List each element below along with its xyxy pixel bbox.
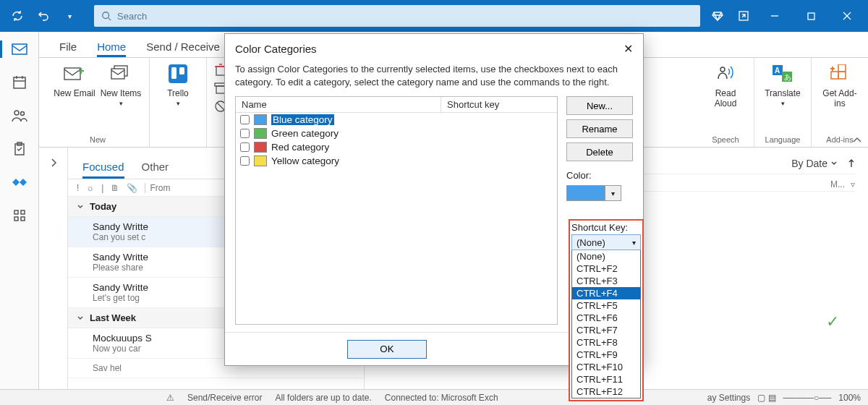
shortcut-option[interactable]: CTRL+F6 (572, 312, 640, 324)
delete-category-button[interactable]: Delete (566, 142, 633, 161)
shortcut-option[interactable]: CTRL+F12 (572, 385, 640, 398)
collapse-ribbon-icon[interactable] (852, 137, 862, 144)
dialog-title: Color Categories (235, 43, 317, 55)
svg-rect-15 (14, 210, 18, 214)
svg-rect-3 (808, 13, 814, 20)
sort-ascending-icon[interactable] (848, 158, 855, 169)
status-bar: ⚠ Send/Receive error All folders are up … (0, 389, 868, 405)
tab-file[interactable]: File (59, 40, 77, 57)
shortcut-key-select[interactable]: (None) ▾ (571, 234, 641, 250)
category-checkbox[interactable] (240, 142, 250, 152)
search-placeholder: Search (117, 11, 147, 22)
dialog-description: To assign Color Categories to the curren… (225, 63, 643, 96)
trello-button[interactable]: Trello ▾ (157, 61, 199, 108)
shortcut-option[interactable]: CTRL+F4 (572, 287, 640, 299)
nav-mail-icon[interactable] (8, 39, 31, 59)
reminder-icon[interactable]: ☼ (86, 183, 94, 193)
zoom-level[interactable]: 100% (838, 393, 861, 403)
display-settings[interactable]: ay Settings (707, 393, 750, 403)
category-row[interactable]: Blue category (236, 113, 557, 127)
svg-rect-27 (216, 86, 225, 93)
svg-rect-24 (179, 67, 184, 74)
shortcut-key-panel: Shortcut Key: (None) ▾ (None)CTRL+F2CTRL… (569, 219, 644, 401)
color-select[interactable]: ▾ (566, 185, 633, 201)
color-label: Color: (566, 170, 633, 181)
chevron-down-icon (830, 161, 838, 166)
new-items-button[interactable]: New Items ▾ (100, 61, 142, 108)
status-error[interactable]: Send/Receive error (187, 393, 262, 403)
nav-people-icon[interactable] (8, 106, 31, 126)
window-mode-icon[interactable] (732, 4, 755, 27)
attachment-icon[interactable]: 📎 (127, 183, 137, 193)
translate-icon: Aあ (772, 61, 793, 87)
focused-tab[interactable]: Focused (82, 161, 124, 179)
rename-category-button[interactable]: Rename (566, 119, 633, 138)
get-addins-button[interactable]: Get Add-ins (819, 61, 861, 109)
maximize-button[interactable] (794, 4, 827, 27)
read-aloud-icon (715, 61, 736, 87)
close-button[interactable] (830, 4, 864, 27)
svg-rect-34 (831, 72, 838, 79)
svg-point-0 (103, 12, 109, 19)
tab-home[interactable]: Home (97, 40, 126, 57)
new-email-button[interactable]: New Email (54, 61, 95, 98)
qat-dropdown-icon[interactable]: ▾ (58, 4, 81, 27)
filter-icon[interactable]: ▿ (851, 179, 855, 189)
new-email-icon (64, 61, 85, 87)
category-row[interactable]: Green category (236, 127, 557, 140)
nav-calendar-icon[interactable] (8, 72, 31, 93)
category-checkbox[interactable] (240, 115, 250, 124)
category-checkbox[interactable] (240, 129, 250, 138)
col-m[interactable]: M... (830, 179, 845, 189)
search-box[interactable]: Search (94, 5, 700, 27)
svg-rect-19 (64, 68, 80, 80)
nav-more-icon[interactable] (8, 205, 31, 226)
svg-rect-23 (171, 67, 176, 79)
sort-by-button[interactable]: By Date (791, 158, 855, 169)
dialog-close-button[interactable]: ✕ (624, 42, 633, 56)
importance-icon[interactable]: ! (77, 183, 79, 193)
shortcut-option[interactable]: CTRL+F11 (572, 373, 640, 385)
svg-rect-21 (111, 69, 124, 79)
folder-pane-toggle[interactable] (39, 148, 68, 389)
new-category-button[interactable]: New... (566, 96, 633, 115)
category-swatch (254, 155, 267, 166)
svg-text:A: A (775, 67, 780, 74)
shortcut-option[interactable]: CTRL+F3 (572, 275, 640, 287)
translate-button[interactable]: Aあ Translate ▾ (762, 61, 804, 108)
new-items-icon (111, 61, 131, 87)
shortcut-option[interactable]: (None) (572, 250, 640, 263)
sync-icon[interactable] (6, 4, 29, 27)
other-tab[interactable]: Other (142, 161, 169, 179)
col-name[interactable]: Name (236, 97, 441, 112)
premium-icon[interactable] (706, 4, 729, 27)
svg-text:あ: あ (784, 73, 791, 81)
category-swatch (254, 128, 267, 139)
col-shortcut[interactable]: Shortcut key (441, 97, 557, 112)
ok-button[interactable]: OK (347, 340, 427, 359)
category-row[interactable]: Yellow category (236, 154, 557, 168)
shortcut-option[interactable]: CTRL+F10 (572, 361, 640, 373)
svg-rect-16 (21, 210, 25, 214)
shortcut-option[interactable]: CTRL+F9 (572, 349, 640, 361)
read-aloud-button[interactable]: Read Aloud (705, 61, 746, 109)
addins-icon (830, 61, 850, 87)
shortcut-option[interactable]: CTRL+F8 (572, 336, 640, 349)
svg-rect-22 (169, 64, 187, 83)
shortcut-option[interactable]: CTRL+F7 (572, 324, 640, 336)
category-list: Name Shortcut key Blue category Green ca… (235, 96, 558, 325)
tab-send-receive[interactable]: Send / Receive (146, 40, 220, 57)
chevron-down-icon (77, 203, 84, 210)
category-checkbox[interactable] (240, 156, 250, 166)
minimize-button[interactable] (758, 4, 791, 27)
undo-icon[interactable] (32, 4, 55, 27)
shortcut-option[interactable]: CTRL+F2 (572, 263, 640, 275)
checkmark-icon: ✓ (826, 312, 839, 331)
shortcut-option[interactable]: CTRL+F5 (572, 299, 640, 312)
category-row[interactable]: Red category (236, 140, 557, 154)
chevron-down-icon[interactable]: ▾ (605, 185, 621, 201)
nav-tasks-icon[interactable] (8, 139, 31, 159)
nav-todo-icon[interactable] (8, 172, 31, 192)
from-column[interactable]: From (145, 183, 170, 193)
icon-col[interactable]: 🗎 (111, 183, 119, 193)
